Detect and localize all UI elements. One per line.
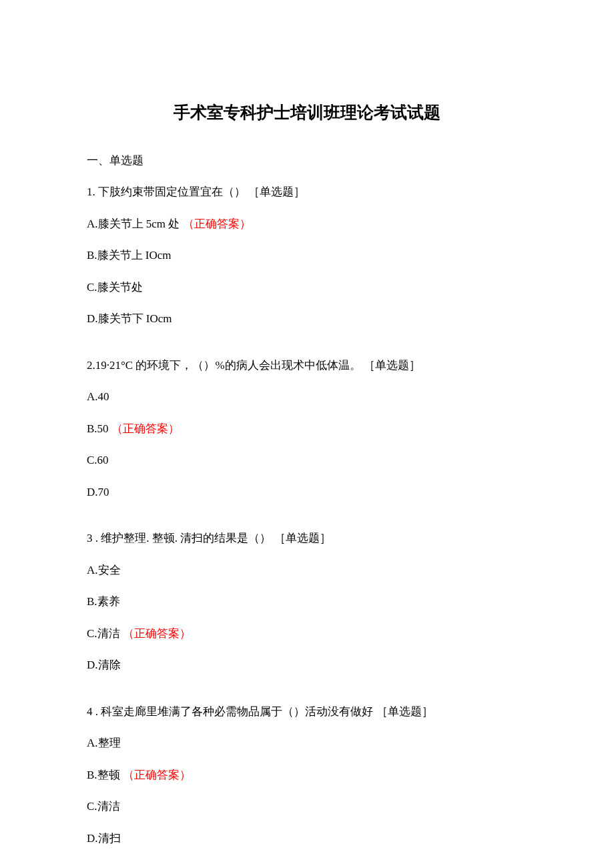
question-block: 3 . 维护整理. 整顿. 清扫的结果是（） ［单选题］ A.安全 B.素养 C… [87,530,527,674]
correct-answer-tag: （正确答案） [123,769,191,781]
option: C.清洁 [87,798,527,815]
option: B.膝关节上 IOcm [87,247,527,264]
section-heading: 一、单选题 [87,152,527,169]
option: D.清除 [87,657,527,674]
question-stem: 1. 下肢约束带固定位置宜在（） ［单选题］ [87,183,527,201]
question-block: 4 . 科室走廊里堆满了各种必需物品属于（）活动没有做好 ［单选题］ A.整理 … [87,703,527,847]
stem-text: 2.19·21°C 的环境下，（）%的病人会出现术中低体温。 [87,359,361,372]
question-type-tag: ［单选题］ [274,532,331,544]
question-stem: 2.19·21°C 的环境下，（）%的病人会出现术中低体温。 ［单选题］ [87,357,527,374]
option: D.清扫 [87,830,527,847]
exam-title: 手术室专科护士培训班理论考试试题 [87,100,527,125]
question-stem: 4 . 科室走廊里堆满了各种必需物品属于（）活动没有做好 ［单选题］ [87,703,527,721]
question-block: 1. 下肢约束带固定位置宜在（） ［单选题］ A.膝关节上 5cm 处 （正确答… [87,183,527,328]
option-text: B.50 [87,422,109,435]
option-text: B.素养 [87,595,120,608]
question-type-tag: ［单选题］ [376,705,433,718]
option-text: D.膝关节下 IOcm [87,312,172,325]
option: B.素养 [87,593,527,610]
option: C.膝关节处 [87,279,527,296]
option: A.安全 [87,562,527,579]
option-text: D.清扫 [87,832,121,845]
option-text: A.40 [87,390,109,403]
question-type-tag: ［单选题］ [364,359,420,372]
option: A.整理 [87,735,527,752]
option: A.膝关节上 5cm 处 （正确答案） [87,215,527,233]
question-block: 2.19·21°C 的环境下，（）%的病人会出现术中低体温。 ［单选题］ A.4… [87,357,527,501]
question-type-tag: ［单选题］ [248,185,305,198]
option: D.70 [87,484,527,501]
option-text: D.清除 [87,659,121,671]
stem-text: 3 . 维护整理. 整顿. 清扫的结果是（） [87,532,271,544]
stem-text: 1. 下肢约束带固定位置宜在（） [87,185,246,198]
option: C.清洁 （正确答案） [87,625,527,642]
option-text: B.整顿 [87,769,120,781]
option: B.50 （正确答案） [87,420,527,438]
option-text: A.整理 [87,737,121,749]
page-container: 手术室专科护士培训班理论考试试题 一、单选题 1. 下肢约束带固定位置宜在（） … [0,0,614,868]
correct-answer-tag: （正确答案） [111,422,180,435]
option-text: C.清洁 [87,800,120,813]
option-text: C.清洁 [87,627,120,640]
option-text: A.安全 [87,564,121,576]
option-text: D.70 [87,486,109,498]
option-text: A.膝关节上 5cm 处 [87,218,180,230]
stem-text: 4 . 科室走廊里堆满了各种必需物品属于（）活动没有做好 [87,705,373,718]
option: A.40 [87,388,527,406]
option-text: C.60 [87,454,109,466]
correct-answer-tag: （正确答案） [183,218,251,230]
option-text: C.膝关节处 [87,281,143,294]
option: B.整顿 （正确答案） [87,767,527,784]
option: C.60 [87,452,527,469]
question-stem: 3 . 维护整理. 整顿. 清扫的结果是（） ［单选题］ [87,530,527,547]
option-text: B.膝关节上 IOcm [87,249,172,262]
correct-answer-tag: （正确答案） [123,627,191,640]
option: D.膝关节下 IOcm [87,310,527,328]
